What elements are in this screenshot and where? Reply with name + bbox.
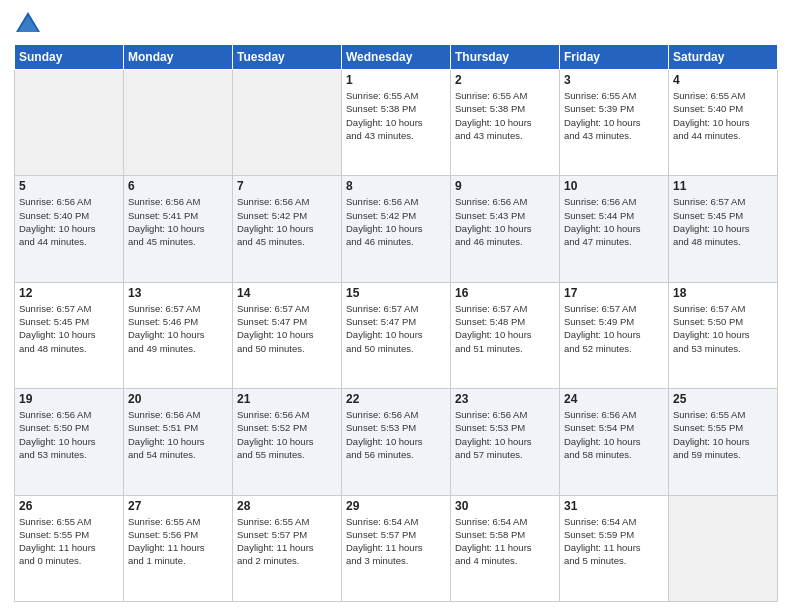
calendar-cell xyxy=(15,70,124,176)
calendar-cell: 24Sunrise: 6:56 AMSunset: 5:54 PMDayligh… xyxy=(560,389,669,495)
day-number: 11 xyxy=(673,179,773,193)
day-number: 19 xyxy=(19,392,119,406)
day-info: Sunrise: 6:56 AMSunset: 5:51 PMDaylight:… xyxy=(128,408,228,461)
week-row-3: 12Sunrise: 6:57 AMSunset: 5:45 PMDayligh… xyxy=(15,282,778,388)
day-info: Sunrise: 6:56 AMSunset: 5:41 PMDaylight:… xyxy=(128,195,228,248)
day-number: 27 xyxy=(128,499,228,513)
day-number: 31 xyxy=(564,499,664,513)
day-info: Sunrise: 6:55 AMSunset: 5:57 PMDaylight:… xyxy=(237,515,337,568)
calendar-cell: 12Sunrise: 6:57 AMSunset: 5:45 PMDayligh… xyxy=(15,282,124,388)
calendar-cell: 7Sunrise: 6:56 AMSunset: 5:42 PMDaylight… xyxy=(233,176,342,282)
day-number: 14 xyxy=(237,286,337,300)
week-row-5: 26Sunrise: 6:55 AMSunset: 5:55 PMDayligh… xyxy=(15,495,778,601)
day-info: Sunrise: 6:54 AMSunset: 5:57 PMDaylight:… xyxy=(346,515,446,568)
calendar-cell: 18Sunrise: 6:57 AMSunset: 5:50 PMDayligh… xyxy=(669,282,778,388)
week-row-4: 19Sunrise: 6:56 AMSunset: 5:50 PMDayligh… xyxy=(15,389,778,495)
day-info: Sunrise: 6:56 AMSunset: 5:53 PMDaylight:… xyxy=(346,408,446,461)
day-number: 3 xyxy=(564,73,664,87)
calendar: SundayMondayTuesdayWednesdayThursdayFrid… xyxy=(14,44,778,602)
week-row-2: 5Sunrise: 6:56 AMSunset: 5:40 PMDaylight… xyxy=(15,176,778,282)
day-number: 4 xyxy=(673,73,773,87)
calendar-cell: 23Sunrise: 6:56 AMSunset: 5:53 PMDayligh… xyxy=(451,389,560,495)
day-info: Sunrise: 6:56 AMSunset: 5:44 PMDaylight:… xyxy=(564,195,664,248)
calendar-cell: 4Sunrise: 6:55 AMSunset: 5:40 PMDaylight… xyxy=(669,70,778,176)
day-number: 12 xyxy=(19,286,119,300)
day-info: Sunrise: 6:56 AMSunset: 5:43 PMDaylight:… xyxy=(455,195,555,248)
day-number: 13 xyxy=(128,286,228,300)
calendar-cell: 8Sunrise: 6:56 AMSunset: 5:42 PMDaylight… xyxy=(342,176,451,282)
day-info: Sunrise: 6:55 AMSunset: 5:55 PMDaylight:… xyxy=(19,515,119,568)
day-info: Sunrise: 6:55 AMSunset: 5:38 PMDaylight:… xyxy=(455,89,555,142)
logo-icon xyxy=(14,10,42,38)
day-info: Sunrise: 6:56 AMSunset: 5:50 PMDaylight:… xyxy=(19,408,119,461)
calendar-cell: 11Sunrise: 6:57 AMSunset: 5:45 PMDayligh… xyxy=(669,176,778,282)
calendar-cell: 22Sunrise: 6:56 AMSunset: 5:53 PMDayligh… xyxy=(342,389,451,495)
day-info: Sunrise: 6:57 AMSunset: 5:47 PMDaylight:… xyxy=(237,302,337,355)
day-number: 1 xyxy=(346,73,446,87)
calendar-cell: 27Sunrise: 6:55 AMSunset: 5:56 PMDayligh… xyxy=(124,495,233,601)
calendar-cell: 26Sunrise: 6:55 AMSunset: 5:55 PMDayligh… xyxy=(15,495,124,601)
day-info: Sunrise: 6:56 AMSunset: 5:40 PMDaylight:… xyxy=(19,195,119,248)
day-number: 18 xyxy=(673,286,773,300)
day-number: 21 xyxy=(237,392,337,406)
weekday-header-sunday: Sunday xyxy=(15,45,124,70)
day-info: Sunrise: 6:56 AMSunset: 5:54 PMDaylight:… xyxy=(564,408,664,461)
calendar-cell xyxy=(233,70,342,176)
day-number: 16 xyxy=(455,286,555,300)
day-info: Sunrise: 6:55 AMSunset: 5:39 PMDaylight:… xyxy=(564,89,664,142)
day-number: 9 xyxy=(455,179,555,193)
weekday-header-row: SundayMondayTuesdayWednesdayThursdayFrid… xyxy=(15,45,778,70)
day-info: Sunrise: 6:57 AMSunset: 5:46 PMDaylight:… xyxy=(128,302,228,355)
weekday-header-monday: Monday xyxy=(124,45,233,70)
day-number: 29 xyxy=(346,499,446,513)
day-number: 22 xyxy=(346,392,446,406)
calendar-cell: 16Sunrise: 6:57 AMSunset: 5:48 PMDayligh… xyxy=(451,282,560,388)
day-info: Sunrise: 6:56 AMSunset: 5:52 PMDaylight:… xyxy=(237,408,337,461)
day-number: 6 xyxy=(128,179,228,193)
day-number: 25 xyxy=(673,392,773,406)
day-number: 7 xyxy=(237,179,337,193)
calendar-cell: 9Sunrise: 6:56 AMSunset: 5:43 PMDaylight… xyxy=(451,176,560,282)
day-number: 2 xyxy=(455,73,555,87)
calendar-cell: 13Sunrise: 6:57 AMSunset: 5:46 PMDayligh… xyxy=(124,282,233,388)
day-info: Sunrise: 6:57 AMSunset: 5:48 PMDaylight:… xyxy=(455,302,555,355)
calendar-cell xyxy=(124,70,233,176)
calendar-cell: 21Sunrise: 6:56 AMSunset: 5:52 PMDayligh… xyxy=(233,389,342,495)
day-info: Sunrise: 6:57 AMSunset: 5:49 PMDaylight:… xyxy=(564,302,664,355)
page: SundayMondayTuesdayWednesdayThursdayFrid… xyxy=(0,0,792,612)
day-number: 5 xyxy=(19,179,119,193)
week-row-1: 1Sunrise: 6:55 AMSunset: 5:38 PMDaylight… xyxy=(15,70,778,176)
calendar-cell: 30Sunrise: 6:54 AMSunset: 5:58 PMDayligh… xyxy=(451,495,560,601)
calendar-cell xyxy=(669,495,778,601)
day-info: Sunrise: 6:57 AMSunset: 5:47 PMDaylight:… xyxy=(346,302,446,355)
day-info: Sunrise: 6:55 AMSunset: 5:38 PMDaylight:… xyxy=(346,89,446,142)
calendar-cell: 10Sunrise: 6:56 AMSunset: 5:44 PMDayligh… xyxy=(560,176,669,282)
logo xyxy=(14,10,46,38)
header xyxy=(14,10,778,38)
day-number: 24 xyxy=(564,392,664,406)
calendar-cell: 15Sunrise: 6:57 AMSunset: 5:47 PMDayligh… xyxy=(342,282,451,388)
calendar-cell: 25Sunrise: 6:55 AMSunset: 5:55 PMDayligh… xyxy=(669,389,778,495)
day-number: 8 xyxy=(346,179,446,193)
weekday-header-thursday: Thursday xyxy=(451,45,560,70)
calendar-cell: 5Sunrise: 6:56 AMSunset: 5:40 PMDaylight… xyxy=(15,176,124,282)
day-info: Sunrise: 6:55 AMSunset: 5:40 PMDaylight:… xyxy=(673,89,773,142)
day-info: Sunrise: 6:56 AMSunset: 5:42 PMDaylight:… xyxy=(237,195,337,248)
calendar-cell: 20Sunrise: 6:56 AMSunset: 5:51 PMDayligh… xyxy=(124,389,233,495)
calendar-cell: 3Sunrise: 6:55 AMSunset: 5:39 PMDaylight… xyxy=(560,70,669,176)
day-number: 26 xyxy=(19,499,119,513)
calendar-cell: 28Sunrise: 6:55 AMSunset: 5:57 PMDayligh… xyxy=(233,495,342,601)
calendar-cell: 6Sunrise: 6:56 AMSunset: 5:41 PMDaylight… xyxy=(124,176,233,282)
day-number: 15 xyxy=(346,286,446,300)
weekday-header-friday: Friday xyxy=(560,45,669,70)
weekday-header-wednesday: Wednesday xyxy=(342,45,451,70)
day-info: Sunrise: 6:56 AMSunset: 5:42 PMDaylight:… xyxy=(346,195,446,248)
day-info: Sunrise: 6:56 AMSunset: 5:53 PMDaylight:… xyxy=(455,408,555,461)
day-info: Sunrise: 6:55 AMSunset: 5:56 PMDaylight:… xyxy=(128,515,228,568)
calendar-cell: 29Sunrise: 6:54 AMSunset: 5:57 PMDayligh… xyxy=(342,495,451,601)
day-number: 20 xyxy=(128,392,228,406)
day-number: 30 xyxy=(455,499,555,513)
calendar-cell: 1Sunrise: 6:55 AMSunset: 5:38 PMDaylight… xyxy=(342,70,451,176)
day-number: 23 xyxy=(455,392,555,406)
day-number: 28 xyxy=(237,499,337,513)
